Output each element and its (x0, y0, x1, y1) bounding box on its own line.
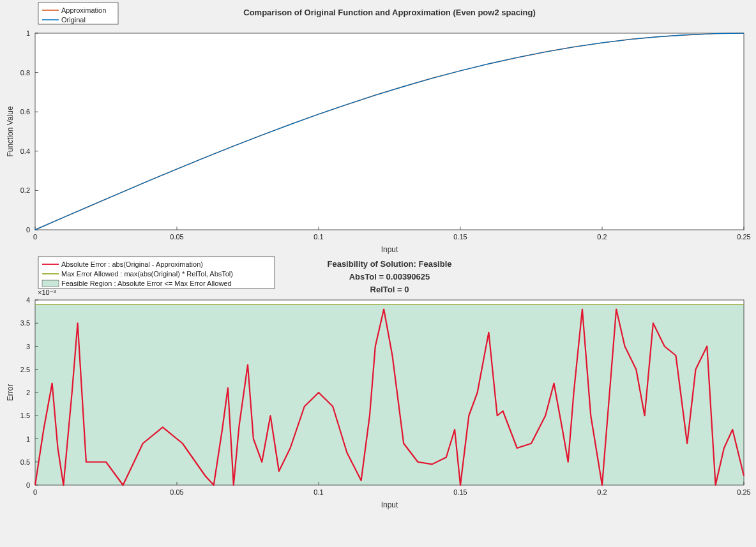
svg-text:0: 0 (26, 226, 30, 234)
svg-text:0.2: 0.2 (597, 233, 607, 241)
svg-text:1: 1 (26, 29, 30, 37)
svg-text:0.8: 0.8 (20, 69, 30, 77)
svg-text:Original: Original (61, 16, 86, 24)
svg-text:1: 1 (26, 435, 30, 443)
svg-text:4: 4 (26, 296, 30, 304)
top-plot-area (35, 33, 744, 230)
svg-text:0.25: 0.25 (737, 233, 750, 241)
svg-text:0.4: 0.4 (20, 147, 30, 155)
top-ylabel: Function Value (6, 106, 15, 156)
svg-text:0.05: 0.05 (170, 233, 183, 241)
svg-text:0.05: 0.05 (170, 488, 183, 496)
svg-text:Approximation: Approximation (61, 6, 106, 14)
svg-text:1.5: 1.5 (20, 412, 30, 419)
bottom-title-line-1: AbsTol = 0.00390625 (349, 272, 430, 281)
top-xlabel: Input (381, 245, 398, 254)
feasible-region (35, 304, 744, 485)
svg-text:0.15: 0.15 (453, 233, 467, 241)
svg-text:0: 0 (33, 488, 37, 496)
svg-text:Absolute Error : abs(Original : Absolute Error : abs(Original - Approxim… (61, 260, 203, 268)
bottom-title-line-0: Feasibility of Solution: Feasible (327, 259, 451, 269)
top-legend: ApproximationOriginal (38, 3, 118, 24)
bottom-y-exponent: ×10⁻³ (38, 288, 56, 296)
top-title: Comparison of Original Function and Appr… (243, 8, 535, 17)
svg-text:2.5: 2.5 (20, 366, 30, 373)
svg-text:Feasible Region : Absolute Err: Feasible Region : Absolute Error <= Max … (61, 280, 232, 287)
svg-text:3.5: 3.5 (20, 319, 30, 327)
svg-text:0.5: 0.5 (20, 458, 30, 466)
svg-text:3: 3 (26, 343, 30, 350)
svg-text:0.1: 0.1 (314, 233, 323, 241)
bottom-legend: Absolute Error : abs(Original - Approxim… (38, 257, 275, 288)
svg-text:2: 2 (26, 389, 30, 396)
svg-text:0: 0 (33, 233, 37, 241)
bottom-ylabel: Error (6, 384, 15, 401)
bottom-xlabel: Input (381, 500, 398, 509)
svg-text:0.15: 0.15 (453, 488, 467, 496)
svg-rect-65 (42, 280, 59, 287)
svg-text:0.1: 0.1 (314, 488, 323, 496)
figure-svg: 00.050.10.150.20.2500.20.40.60.81Compari… (0, 0, 756, 547)
svg-text:0.6: 0.6 (20, 108, 30, 116)
svg-text:0.2: 0.2 (597, 488, 607, 496)
svg-text:0.2: 0.2 (20, 186, 30, 194)
svg-text:0.25: 0.25 (737, 488, 750, 496)
svg-text:0: 0 (26, 481, 30, 489)
bottom-title-line-2: RelTol = 0 (370, 285, 409, 294)
svg-text:Max Error Allowed : max(abs(Or: Max Error Allowed : max(abs(Original) * … (61, 270, 233, 278)
